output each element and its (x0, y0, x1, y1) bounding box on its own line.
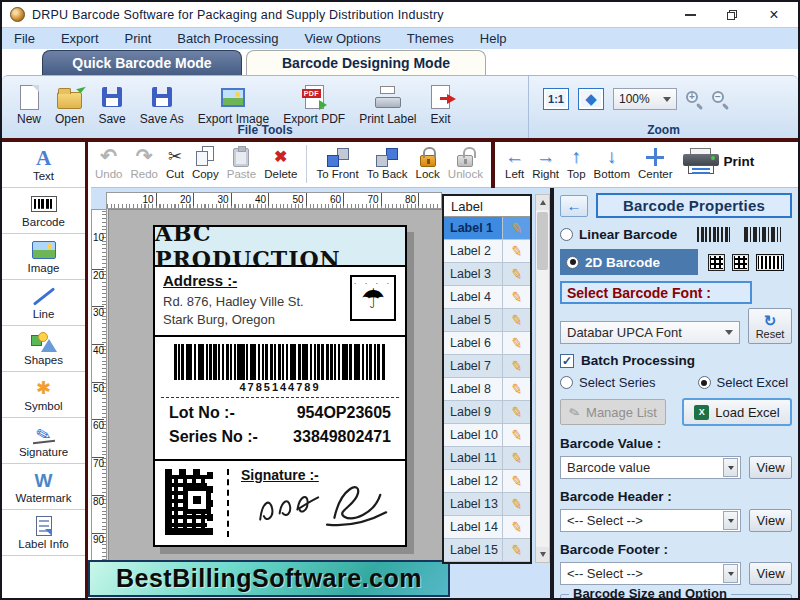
label-row[interactable]: Label 12 ✎ (444, 470, 530, 493)
label-row[interactable]: Label 11 ✎ (444, 447, 530, 470)
scrollbar-thumb[interactable] (537, 212, 548, 270)
menu-item[interactable]: Themes (407, 31, 454, 46)
label-row[interactable]: Label 7 ✎ (444, 355, 530, 378)
label-row-name[interactable]: Label 8 (444, 378, 502, 400)
label-row-name[interactable]: Label 5 (444, 309, 502, 331)
dropdown-arrow[interactable] (723, 511, 738, 530)
sidebar-item-image[interactable]: Image (2, 234, 85, 280)
sidebar-item-symbol[interactable]: ✱ Symbol (2, 372, 85, 418)
batch-processing-option[interactable]: ✓ Batch Processing (560, 353, 792, 368)
label-row[interactable]: Label 15 ✎ (444, 539, 530, 562)
menu-item[interactable]: Batch Processing (177, 31, 278, 46)
barcode-header-dropdown[interactable]: <-- Select --> (560, 509, 741, 532)
signature-section[interactable]: Signature :- (155, 461, 405, 545)
2d-radio[interactable] (566, 256, 579, 269)
align-top-button[interactable]: ↑ Top (563, 142, 590, 180)
label-row-name[interactable]: Label 14 (444, 516, 502, 538)
edit-label-button[interactable]: ✎ (502, 447, 530, 469)
edit-label-button[interactable]: ✎ (502, 263, 530, 285)
label-row-name[interactable]: Label 7 (444, 355, 502, 377)
dropdown-arrow[interactable] (723, 564, 738, 583)
view-footer-button[interactable]: View (749, 562, 792, 585)
undo-button[interactable]: ↶ Undo (91, 142, 127, 180)
menu-item[interactable]: File (14, 31, 35, 46)
open-button[interactable]: Open (50, 82, 89, 128)
barcode-object[interactable]: 4785144789 Lot No :- 954OP23605 Series N… (155, 337, 405, 461)
new-button[interactable]: New (12, 82, 46, 128)
redo-button[interactable]: ↷ Redo (127, 142, 163, 180)
to-front-button[interactable]: To Front (312, 142, 362, 180)
edit-label-button[interactable]: ✎ (502, 240, 530, 262)
zoom-in-button[interactable]: + (686, 91, 703, 108)
label-row-name[interactable]: Label 11 (444, 447, 502, 469)
restore-button[interactable] (724, 7, 740, 23)
address-object[interactable]: Address :- Rd. 876, Hadley Ville St. Sta… (155, 267, 405, 337)
edit-label-button[interactable]: ✎ (502, 355, 530, 377)
to-back-button[interactable]: To Back (363, 142, 412, 180)
label-row[interactable]: Label 5 ✎ (444, 309, 530, 332)
edit-label-button[interactable]: ✎ (502, 539, 530, 561)
align-right-button[interactable]: → Right (528, 142, 563, 180)
align-bottom-button[interactable]: ↓ Bottom (590, 142, 634, 180)
scroll-up-button[interactable] (536, 195, 549, 210)
edit-label-button[interactable]: ✎ (502, 286, 530, 308)
zoom-fit-button[interactable]: ◆ (578, 88, 604, 110)
label-row[interactable]: Label 4 ✎ (444, 286, 530, 309)
label-row[interactable]: Label 2 ✎ (444, 240, 530, 263)
label-list-scrollbar[interactable] (535, 194, 550, 563)
delete-button[interactable]: ✖ Delete (260, 142, 301, 180)
label-row-name[interactable]: Label 12 (444, 470, 502, 492)
select-excel-option[interactable]: Select Excel (698, 375, 789, 390)
barcode-footer-dropdown[interactable]: <-- Select --> (560, 562, 741, 585)
select-series-radio[interactable] (560, 376, 573, 389)
label-row-name[interactable]: Label 10 (444, 424, 502, 446)
tab-barcode-designing-mode[interactable]: Barcode Designing Mode (246, 50, 486, 75)
sidebar-item-text[interactable]: A Text (2, 142, 85, 188)
edit-label-button[interactable]: ✎ (502, 401, 530, 423)
label-row[interactable]: Label 6 ✎ (444, 332, 530, 355)
reset-button[interactable]: ↻ Reset (748, 308, 792, 344)
edit-label-button[interactable]: ✎ (502, 493, 530, 515)
edit-label-button[interactable]: ✎ (502, 424, 530, 446)
label-row-name[interactable]: Label 4 (444, 286, 502, 308)
label-row-name[interactable]: Label 6 (444, 332, 502, 354)
load-excel-button[interactable]: X Load Excel (682, 398, 792, 426)
cut-button[interactable]: ✂ Cut (162, 142, 188, 180)
sidebar-item-label-info[interactable]: Label Info (2, 510, 85, 556)
label-row[interactable]: Label 3 ✎ (444, 263, 530, 286)
label-row[interactable]: Label 10 ✎ (444, 424, 530, 447)
label-row-name[interactable]: Label 9 (444, 401, 502, 423)
align-center-button[interactable]: Center (634, 142, 677, 180)
label-row-name[interactable]: Label 15 (444, 539, 502, 561)
label-row-name[interactable]: Label 1 (444, 217, 502, 239)
batch-checkbox[interactable]: ✓ (560, 354, 574, 368)
export-image-button[interactable]: Export Image (193, 82, 274, 128)
menu-item[interactable]: Export (61, 31, 99, 46)
edit-label-button[interactable]: ✎ (502, 217, 530, 239)
scroll-down-button[interactable] (536, 547, 549, 562)
sidebar-item-signature[interactable]: ✎ Signature (2, 418, 85, 464)
paste-button[interactable]: Paste (223, 142, 260, 180)
print-button[interactable]: Print (683, 142, 755, 174)
edit-label-button[interactable]: ✎ (502, 378, 530, 400)
sidebar-item-barcode[interactable]: Barcode (2, 188, 85, 234)
view-header-button[interactable]: View (749, 509, 792, 532)
view-value-button[interactable]: View (749, 456, 792, 479)
label-row[interactable]: Label 9 ✎ (444, 401, 530, 424)
zoom-1to1-button[interactable]: 1:1 (543, 88, 569, 110)
zoom-out-button[interactable]: − (712, 91, 729, 108)
menu-item[interactable]: Help (480, 31, 507, 46)
edit-label-button[interactable]: ✎ (502, 470, 530, 492)
keep-dry-symbol[interactable]: · · · · ☂ (350, 275, 396, 321)
manage-list-button[interactable]: ✎ Manage List (560, 399, 666, 425)
back-button[interactable]: ← (560, 195, 588, 217)
minimize-button[interactable] (682, 7, 698, 23)
label-sheet[interactable]: ABC PRODUCTION Address :- Rd. 876, Hadle… (153, 225, 407, 547)
menu-item[interactable]: Print (125, 31, 152, 46)
linear-barcode-option[interactable]: Linear Barcode (560, 222, 792, 247)
align-left-button[interactable]: ← Left (501, 142, 528, 180)
sidebar-item-line[interactable]: Line (2, 280, 85, 326)
menu-item[interactable]: View Options (304, 31, 380, 46)
datamatrix-barcode[interactable] (165, 469, 213, 535)
label-row[interactable]: Label 1 ✎ (444, 217, 530, 240)
